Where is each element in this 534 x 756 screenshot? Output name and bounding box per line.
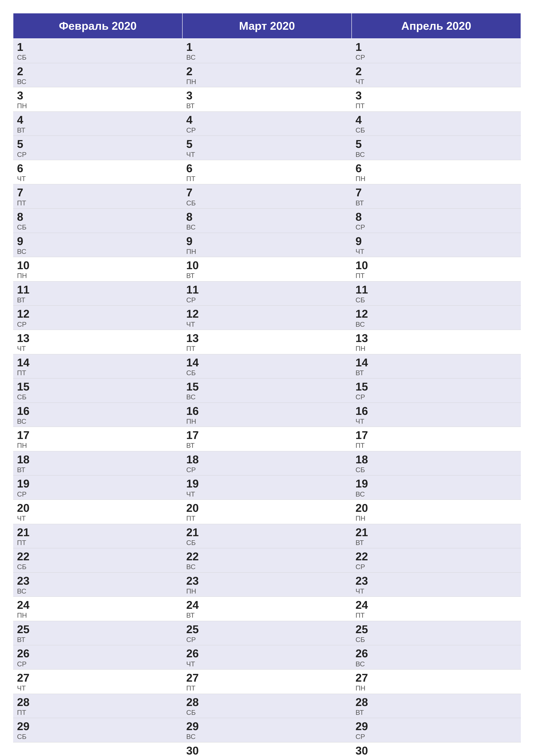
day-of-week: ПТ: [17, 539, 179, 547]
day-of-week: СР: [186, 126, 348, 134]
day-cell: 25ВТ: [13, 621, 182, 645]
day-of-week: ВС: [355, 490, 517, 498]
day-cell: 26ВС: [352, 645, 521, 670]
day-number: 9: [186, 235, 348, 247]
day-number: 27: [355, 672, 517, 684]
day-cell: 26ЧТ: [182, 645, 352, 670]
day-cell: 4ВТ: [13, 111, 182, 136]
day-of-week: СБ: [186, 708, 348, 716]
day-of-week: ПН: [17, 102, 179, 110]
day-number: 29: [186, 720, 348, 733]
day-of-week: ВС: [355, 150, 517, 159]
day-of-week: ПН: [186, 587, 348, 595]
day-number: 14: [17, 357, 179, 369]
day-number: 5: [186, 138, 348, 150]
day-of-week: СБ: [17, 733, 179, 741]
day-cell: 8СБ: [13, 209, 182, 233]
day-cell: 28ВТ: [352, 694, 521, 718]
day-number: 4: [17, 114, 179, 126]
day-number: 26: [186, 647, 348, 660]
day-number: 21: [355, 526, 517, 539]
month-header-3: Апрель 2020: [352, 13, 521, 39]
day-of-week: СР: [186, 635, 348, 644]
day-cell: 7ПТ: [13, 184, 182, 209]
day-cell: 12ЧТ: [182, 306, 352, 330]
day-of-week: СБ: [186, 539, 348, 547]
day-of-week: ПН: [355, 684, 517, 692]
day-cell: 2ЧТ: [352, 63, 521, 87]
day-cell: 27ПН: [352, 670, 521, 694]
day-number: 21: [186, 526, 348, 539]
day-of-week: СБ: [186, 369, 348, 377]
day-of-week: ПН: [355, 344, 517, 353]
day-of-week: ВС: [186, 223, 348, 231]
day-of-week: ВС: [17, 78, 179, 86]
day-number: 23: [355, 575, 517, 587]
day-cell: 5ЧТ: [182, 136, 352, 160]
day-number: 6: [186, 162, 348, 175]
day-of-week: ВТ: [17, 296, 179, 304]
day-number: 4: [186, 114, 348, 126]
day-number: 25: [355, 623, 517, 635]
day-of-week: ПТ: [17, 199, 179, 207]
day-of-week: ПТ: [186, 175, 348, 183]
day-of-week: СР: [17, 320, 179, 328]
day-of-week: СБ: [355, 296, 517, 304]
day-number: 22: [17, 551, 179, 563]
day-cell: 15СР: [352, 378, 521, 403]
day-of-week: ЧТ: [17, 684, 179, 692]
day-cell: 23ПН: [182, 572, 352, 597]
day-of-week: ЧТ: [355, 587, 517, 595]
day-number: 20: [186, 502, 348, 514]
day-cell: 17ВТ: [182, 427, 352, 451]
day-cell: 25СР: [182, 621, 352, 645]
day-cell: 21СБ: [182, 524, 352, 548]
day-of-week: ВТ: [355, 369, 517, 377]
day-number: 8: [355, 211, 517, 223]
day-number: 13: [186, 332, 348, 344]
day-number: 14: [186, 357, 348, 369]
day-cell: 26СР: [13, 645, 182, 670]
day-of-week: ВТ: [17, 466, 179, 474]
day-of-week: ВС: [355, 660, 517, 668]
day-cell: 22ВС: [182, 548, 352, 573]
day-of-week: ПТ: [355, 102, 517, 110]
day-number: 1: [355, 41, 517, 53]
day-cell: 1ВС: [182, 39, 352, 63]
day-cell: 18СБ: [352, 451, 521, 475]
day-number: 17: [355, 429, 517, 441]
day-number: 18: [17, 453, 179, 466]
day-number: 24: [17, 599, 179, 611]
day-cell: 18ВТ: [13, 451, 182, 475]
day-cell: 14ВТ: [352, 354, 521, 378]
day-number: 16: [17, 405, 179, 417]
day-number: 5: [355, 138, 517, 150]
day-number: 25: [186, 623, 348, 635]
day-of-week: ПТ: [186, 684, 348, 692]
day-cell: 27ПТ: [182, 670, 352, 694]
day-of-week: СР: [186, 296, 348, 304]
day-of-week: СБ: [355, 466, 517, 474]
day-number: 6: [355, 162, 517, 175]
day-of-week: ПТ: [186, 344, 348, 353]
day-cell: 20ЧТ: [13, 500, 182, 524]
day-of-week: СР: [17, 490, 179, 498]
day-number: 11: [186, 284, 348, 296]
day-of-week: ЧТ: [17, 514, 179, 523]
day-number: 11: [17, 284, 179, 296]
day-number: 12: [17, 308, 179, 320]
day-number: 19: [355, 477, 517, 490]
day-number: 19: [17, 477, 179, 490]
day-of-week: ВТ: [355, 539, 517, 547]
day-cell: 19ЧТ: [182, 475, 352, 500]
day-number: 22: [355, 551, 517, 563]
day-of-week: ВС: [186, 53, 348, 62]
day-number: 18: [355, 453, 517, 466]
day-cell: 29СБ: [13, 718, 182, 742]
day-number: 12: [355, 308, 517, 320]
day-number: 30: [186, 744, 348, 756]
day-number: 29: [17, 720, 179, 733]
day-number: 15: [17, 381, 179, 393]
day-cell: 13ПТ: [182, 330, 352, 354]
day-number: 3: [186, 90, 348, 102]
